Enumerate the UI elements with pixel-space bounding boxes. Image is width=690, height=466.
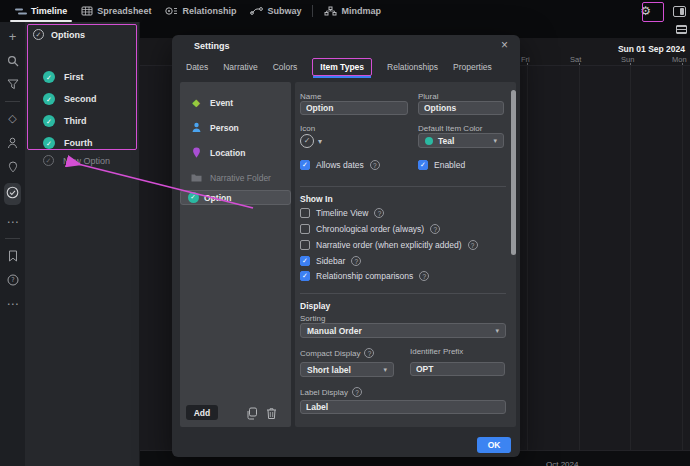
tab-properties[interactable]: Properties [453, 62, 492, 72]
close-icon[interactable]: × [501, 38, 508, 52]
plural-input[interactable] [418, 101, 504, 115]
option-item-third[interactable]: ✓ Third [43, 115, 87, 127]
item-types-footer: Add [180, 404, 291, 422]
show-in-chronological-order[interactable]: Chronological order (always) ? [300, 224, 440, 234]
panel-layout-icon[interactable] [673, 6, 686, 17]
checkbox-checked-icon: ✓ [300, 271, 310, 281]
icon-picker[interactable]: ✓ ▾ [300, 134, 322, 148]
tab-colors[interactable]: Colors [273, 62, 298, 72]
item-type-person[interactable]: Person [180, 115, 291, 140]
show-in-narrative-order[interactable]: Narrative order (when explicitly added) … [300, 240, 478, 250]
name-input[interactable] [300, 101, 408, 115]
item-type-label: Option [204, 193, 231, 203]
show-in-relationship-comparisons[interactable]: ✓ Relationship comparisons ? [300, 271, 429, 281]
allows-dates-checkbox-row[interactable]: ✓ Allows dates ? [300, 160, 380, 170]
view-tab-mindmap[interactable]: Mindmap [317, 0, 388, 22]
person-icon[interactable] [5, 135, 20, 150]
options-group-title: Options [51, 30, 85, 40]
show-in-timeline-view[interactable]: Timeline View ? [300, 208, 384, 218]
show-in-title: Show In [300, 194, 333, 204]
icon-label: Icon [300, 124, 315, 133]
help-icon[interactable]: ? [364, 348, 374, 358]
bookmark-icon[interactable] [5, 248, 20, 263]
help-icon[interactable]: ? [430, 224, 440, 234]
option-item-first[interactable]: ✓ First [43, 71, 84, 83]
option-item-fourth[interactable]: ✓ Fourth [43, 137, 93, 149]
month-label: Oct 2024 [546, 460, 578, 466]
checkbox-unchecked-icon [300, 208, 310, 218]
options-group-header[interactable]: ✓ Options [33, 29, 85, 40]
view-tab-timeline[interactable]: Timeline [8, 0, 74, 22]
item-type-label: Location [210, 148, 245, 158]
checkbox-label: Relationship comparisons [316, 271, 413, 281]
help-icon[interactable]: ? [468, 240, 478, 250]
view-tab-spreadsheet[interactable]: Spreadsheet [74, 0, 158, 22]
label-display-label-row: Label Display ? [300, 387, 362, 397]
location-pin-icon[interactable] [5, 159, 20, 174]
help-icon[interactable]: ? [352, 387, 362, 397]
show-in-sidebar[interactable]: ✓ Sidebar ? [300, 256, 361, 266]
event-diamond-icon[interactable]: ◇ [5, 111, 20, 126]
label-display-label: Label Display [300, 388, 348, 397]
checkbox-label: Narrative order (when explicitly added) [316, 240, 462, 250]
compact-display-label: Compact Display [300, 349, 360, 358]
item-type-label: Person [210, 123, 239, 133]
toolbar-divider [663, 5, 664, 17]
dialog-title: Settings [194, 41, 230, 51]
spreadsheet-icon [81, 6, 93, 16]
app-root: Timeline Spreadsheet Relationship Subway… [0, 0, 690, 466]
help-icon[interactable]: ? [5, 272, 20, 287]
rows-icon[interactable] [676, 25, 687, 34]
option-item-label: Fourth [64, 138, 93, 148]
tab-dates[interactable]: Dates [186, 62, 208, 72]
help-icon[interactable]: ? [351, 256, 361, 266]
compact-display-select[interactable]: Short label ▾ [300, 362, 394, 377]
gridline [579, 66, 580, 450]
more-options-icon[interactable]: ⋯ [5, 296, 20, 311]
enabled-checkbox-row[interactable]: ✓ Enabled [418, 160, 465, 170]
settings-gear-icon[interactable]: ⚙ [637, 4, 654, 18]
item-type-event[interactable]: ◆ Event [180, 90, 291, 115]
check-circle-icon: ✓ [187, 192, 199, 203]
more-items-icon[interactable]: ⋯ [5, 214, 20, 229]
item-type-narrative-folder[interactable]: Narrative Folder [180, 165, 291, 190]
view-tab-relationship[interactable]: Relationship [158, 0, 243, 22]
add-icon[interactable]: + [5, 29, 20, 44]
label-display-input[interactable] [300, 400, 506, 414]
item-type-location[interactable]: Location [180, 140, 291, 165]
dialog-scrollbar[interactable] [511, 90, 516, 255]
filter-icon[interactable] [5, 77, 20, 92]
identifier-prefix-input[interactable] [410, 362, 505, 376]
allows-dates-label: Allows dates [316, 160, 364, 170]
tab-relationships[interactable]: Relationships [387, 62, 438, 72]
compact-display-value: Short label [307, 365, 351, 375]
checkbox-label: Chronological order (always) [316, 224, 424, 234]
sorting-select[interactable]: Manual Order ▾ [300, 323, 506, 338]
checkbox-label: Timeline View [316, 208, 368, 218]
item-type-label: Event [210, 98, 233, 108]
option-item-second[interactable]: ✓ Second [43, 93, 97, 105]
search-icon[interactable] [5, 53, 20, 68]
enabled-label: Enabled [434, 160, 465, 170]
view-tab-subway[interactable]: Subway [243, 0, 308, 22]
help-icon[interactable]: ? [374, 208, 384, 218]
chevron-down-icon: ▾ [493, 137, 497, 145]
new-option-button[interactable]: ✓ New Option [43, 155, 110, 166]
toolbar-right-group: ⚙ [637, 0, 686, 22]
option-check-selected[interactable] [4, 183, 21, 205]
ok-button[interactable]: OK [477, 437, 511, 453]
day-label: Fri [521, 55, 530, 64]
duplicate-icon[interactable] [246, 406, 258, 424]
delete-trash-icon[interactable] [266, 406, 277, 424]
location-pin-icon [190, 147, 202, 158]
help-icon[interactable]: ? [370, 160, 380, 170]
item-type-option[interactable]: ✓ Option [180, 190, 291, 205]
top-toolbar: Timeline Spreadsheet Relationship Subway… [0, 0, 690, 22]
rail-divider [5, 101, 20, 102]
tab-narrative[interactable]: Narrative [223, 62, 257, 72]
checkbox-unchecked-icon [300, 224, 310, 234]
tab-item-types[interactable]: Item Types [312, 58, 372, 76]
add-item-type-button[interactable]: Add [186, 405, 218, 420]
help-icon[interactable]: ? [419, 271, 429, 281]
default-item-color-select[interactable]: Teal ▾ [418, 133, 504, 148]
